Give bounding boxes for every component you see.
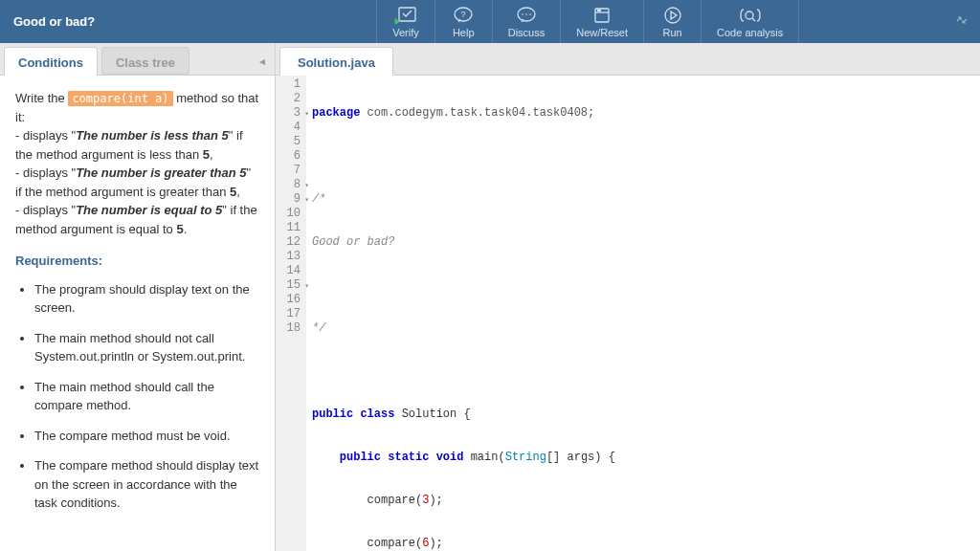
code-editor[interactable]: 1 2 3 4 5 6 7 8 9 10 11 12 13 14 15 16 1…	[276, 76, 980, 551]
left-tabs: Conditions Class tree ◂	[0, 43, 275, 76]
new-reset-icon	[592, 6, 612, 25]
conditions-body: Write the compare(int a) method so that …	[0, 76, 275, 538]
svg-point-5	[525, 13, 527, 15]
app-header: Good or bad? Verify ? Help Discuss New/R…	[0, 0, 980, 43]
editor-panel: Solution.java 1 2 3 4 5 6 7 8 9 10 11 12…	[276, 43, 980, 551]
code-analysis-icon	[739, 6, 762, 25]
collapse-header-icon[interactable]	[955, 13, 969, 30]
cond-line-3: - displays "The number is equal to 5" if…	[15, 201, 259, 238]
main-area: Conditions Class tree ◂ Write the compar…	[0, 43, 980, 551]
cond-line-2: - displays "The number is greater than 5…	[15, 164, 259, 201]
svg-point-8	[598, 10, 599, 11]
code-analysis-button[interactable]: Code analysis	[701, 0, 799, 43]
line-gutter: 1 2 3 4 5 6 7 8 9 10 11 12 13 14 15 16 1…	[276, 76, 306, 551]
requirement-item: The compare method must be void.	[34, 427, 259, 446]
requirement-item: The main method should not call System.o…	[34, 329, 259, 366]
svg-text:?: ?	[461, 10, 466, 19]
help-icon: ?	[453, 6, 474, 25]
run-icon	[663, 6, 682, 25]
svg-point-11	[746, 11, 753, 19]
toolbar: Verify ? Help Discuss New/Reset Run	[376, 0, 799, 43]
discuss-icon	[516, 6, 537, 25]
file-tabs: Solution.java	[276, 43, 980, 76]
help-button[interactable]: ? Help	[434, 0, 492, 43]
requirements-list: The program should display text on the s…	[15, 280, 259, 513]
svg-point-6	[529, 13, 531, 15]
cond-line-1: - displays "The number is less than 5" i…	[15, 126, 259, 164]
tab-conditions[interactable]: Conditions	[4, 47, 98, 76]
svg-point-4	[522, 13, 523, 15]
method-signature-code: compare(int a)	[68, 91, 172, 106]
tab-class-tree[interactable]: Class tree	[101, 47, 189, 75]
requirement-item: The program should display text on the s…	[34, 280, 259, 318]
task-title: Good or bad?	[0, 14, 108, 29]
verify-icon	[394, 6, 417, 25]
requirement-item: The main method should call the compare …	[34, 378, 259, 415]
requirements-heading: Requirements:	[15, 252, 259, 271]
task-intro: Write the compare(int a) method so that …	[15, 89, 259, 126]
file-tab-solution[interactable]: Solution.java	[279, 47, 393, 76]
collapse-left-icon[interactable]: ◂	[254, 47, 271, 75]
run-button[interactable]: Run	[643, 0, 701, 43]
verify-button[interactable]: Verify	[376, 0, 434, 43]
svg-point-9	[600, 10, 601, 11]
new-reset-button[interactable]: New/Reset	[560, 0, 643, 43]
svg-point-10	[665, 8, 680, 23]
conditions-panel: Conditions Class tree ◂ Write the compar…	[0, 43, 276, 551]
discuss-button[interactable]: Discuss	[492, 0, 561, 43]
requirement-item: The compare method should display text o…	[34, 456, 259, 513]
code-area[interactable]: package com.codegym.task.task04.task0408…	[306, 76, 980, 551]
